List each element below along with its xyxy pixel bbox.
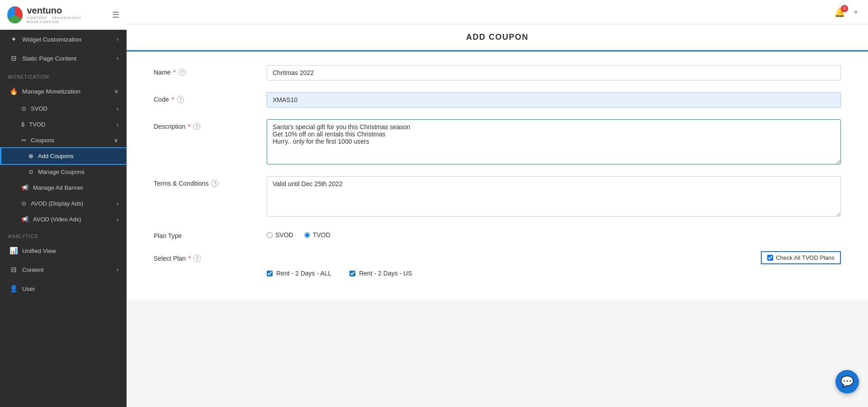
form-row-select-plan: Select Plan * ? Check All TVOD Plans [154,251,841,277]
name-help-icon[interactable]: ? [179,69,186,76]
check-all-tvod-button[interactable]: Check All TVOD Plans [761,251,841,264]
sidebar-item-tvod[interactable]: $ TVOD › [0,117,127,132]
logo-area: ventuno CONTENT · TECHNOLOGY · MONETIZAT… [0,0,127,30]
sidebar-item-manage-coupons[interactable]: ⊙ Manage Coupons [0,164,127,180]
unified-view-icon: 📊 [9,247,18,255]
chevron-right-icon: › [117,267,118,273]
plan-option-2[interactable]: Rent - 2 Days - US [349,270,412,277]
logo-subtitle: CONTENT · TECHNOLOGY · MONETIZATION [27,16,108,24]
required-indicator: * [171,96,174,103]
required-indicator: * [188,123,190,130]
code-label: Code * ? [154,92,253,103]
page-title: ADD COUPON [127,24,868,51]
sidebar-item-label: TVOD [29,121,45,128]
sidebar-item-label: AVOD (Display Ads) [31,200,83,207]
form-row-code: Code * ? [154,92,841,108]
hamburger-icon[interactable]: ☰ [112,10,119,20]
name-input[interactable] [267,65,841,80]
required-indicator: * [189,255,191,262]
sidebar-item-avod-display[interactable]: ⊙ AVOD (Display Ads) › [0,196,127,211]
sidebar-item-manage-ad-banner[interactable]: 📢 Manage Ad Banner [0,180,127,196]
sidebar-item-label: Manage Monetization [22,88,80,95]
avod-display-icon: ⊙ [21,200,26,207]
chevron-right-icon: › [117,200,118,207]
check-all-checkbox[interactable] [767,255,773,261]
description-help-icon[interactable]: ? [193,123,200,130]
plan-type-tvod-option[interactable]: TVOD [304,231,330,239]
sidebar-item-content[interactable]: ⊟ Content › [0,260,127,279]
plan-type-label: Plan Type [154,229,253,239]
sidebar-item-label: Coupons [31,137,54,144]
add-coupons-icon: ⊕ [28,153,33,159]
sidebar-item-user[interactable]: 👤 User [0,279,127,298]
sidebar-item-label: Add Coupons [38,153,74,159]
sidebar-item-label: Widget Customization [22,36,81,43]
sidebar-item-unified-view[interactable]: 📊 Unified View [0,241,127,260]
chevron-right-icon: › [117,105,118,112]
sidebar-item-label: Unified View [22,248,56,254]
form-row-description: Description * ? Santa's special gift for… [154,119,841,164]
manage-coupons-icon: ⊙ [28,168,33,175]
check-all-row: Check All TVOD Plans [267,251,841,264]
content-icon: ⊟ [9,266,18,274]
chat-bubble-button[interactable]: 💬 [835,370,859,393]
select-plan-help-icon[interactable]: ? [193,255,201,262]
code-help-icon[interactable]: ? [177,96,184,103]
dropdown-arrow-icon[interactable]: ▼ [853,9,859,16]
terms-help-icon[interactable]: ? [211,180,218,187]
terms-textarea[interactable]: Valid until Dec 25th 2022 [267,176,841,217]
select-plan-right: Check All TVOD Plans Rent - 2 Days - ALL… [267,251,841,277]
tvod-icon: $ [21,121,24,128]
plan-option-1[interactable]: Rent - 2 Days - ALL [267,270,331,277]
name-label: Name * ? [154,65,253,76]
sidebar-item-label: User [22,285,35,292]
svod-icon: ⊙ [21,105,26,112]
sidebar-item-manage-monetization[interactable]: 🔥 Manage Monetization ∨ [0,82,127,101]
sidebar-item-label: SVOD [31,105,47,112]
main-content: 🔔 0 ▼ ADD COUPON Name * ? Code * [127,0,868,407]
select-plan-label: Select Plan * ? [154,251,253,262]
sidebar-item-static-page-content[interactable]: ⊟ Static Page Content › [0,49,127,68]
static-page-icon: ⊟ [9,54,18,62]
content-area: ADD COUPON Name * ? Code * ? [127,24,868,318]
form-row-name: Name * ? [154,65,841,80]
required-indicator: * [173,69,175,76]
form-row-plan-type: Plan Type SVOD TVOD [154,229,841,239]
notification-badge: 0 [841,5,848,12]
top-bar: 🔔 0 ▼ [127,0,868,24]
sidebar-item-label: Static Page Content [22,55,76,62]
sidebar-item-label: AVOD (Video Ads) [33,216,81,223]
monetization-icon: 🔥 [9,87,18,95]
sidebar-item-avod-video[interactable]: 📢 AVOD (Video Ads) › [0,211,127,227]
sidebar-item-svod[interactable]: ⊙ SVOD › [0,101,127,117]
description-textarea[interactable]: Santa's special gift for you this Christ… [267,119,841,164]
sidebar: ventuno CONTENT · TECHNOLOGY · MONETIZAT… [0,0,127,407]
plan-type-radio-group: SVOD TVOD [267,229,330,239]
svod-radio[interactable] [267,232,273,238]
plan-checkbox-2[interactable] [349,271,355,276]
section-analytics-label: ANALYTICS [0,227,127,241]
coupons-icon: ✂ [21,137,26,144]
description-label: Description * ? [154,119,253,130]
plan-checkboxes-group: Rent - 2 Days - ALL Rent - 2 Days - US [267,270,841,277]
chevron-right-icon: › [117,216,118,223]
code-input[interactable] [267,92,841,108]
chevron-down-icon: ∨ [114,88,118,94]
tvod-radio[interactable] [304,232,310,238]
add-coupon-form: Name * ? Code * ? Description * [127,51,868,299]
chevron-right-icon: › [117,121,118,128]
logo-icon [7,6,23,23]
chevron-right-icon: › [117,55,118,61]
plan-type-svod-option[interactable]: SVOD [267,231,293,239]
chevron-down-icon: ∨ [114,137,118,144]
notification-button[interactable]: 🔔 0 [834,7,845,18]
chevron-right-icon: › [117,36,118,42]
sidebar-item-add-coupons[interactable]: ⊕ Add Coupons [0,148,127,164]
sidebar-item-coupons[interactable]: ✂ Coupons ∨ [0,132,127,148]
section-monetization-label: MONETIZATION [0,68,127,82]
logo-name: ventuno [27,5,108,16]
sidebar-item-label: Content [22,267,43,273]
plan-checkbox-1[interactable] [267,271,273,276]
sidebar-item-widget-customization[interactable]: ✦ Widget Customization › [0,30,127,49]
user-icon: 👤 [9,285,18,293]
